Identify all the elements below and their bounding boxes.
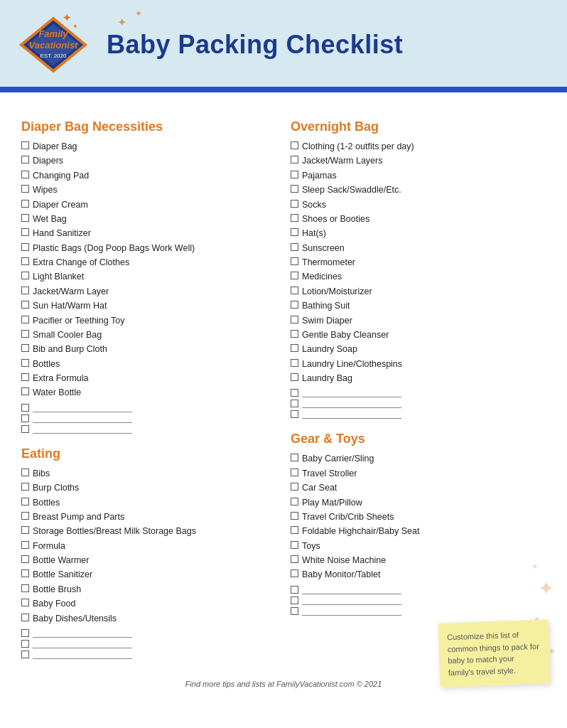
checkbox[interactable] [291,272,298,279]
header: ✦ ✦ ✦ Family Vacationist EST. 2020 Baby … [0,0,567,87]
checkbox[interactable] [291,469,298,476]
list-item: Sun Hat/Warm Hat [21,299,276,313]
checkbox[interactable] [21,469,29,476]
checkbox[interactable] [21,569,29,577]
checkbox[interactable] [291,569,298,577]
checkbox[interactable] [291,228,298,236]
checkbox[interactable] [21,330,29,338]
list-item: Jacket/Warm Layers [291,154,546,168]
checkbox[interactable] [21,200,29,208]
checkbox[interactable] [21,243,29,251]
checkbox[interactable] [291,526,298,534]
diaper-bag-list: Diaper Bag Diapers Changing Pad Wipes Di… [21,140,276,400]
list-item: Diaper Cream [21,198,276,212]
checkbox[interactable] [21,272,29,279]
checkbox[interactable] [291,498,298,505]
list-item: Thermometer [291,256,546,269]
checkbox[interactable] [291,156,298,164]
checkbox[interactable] [291,555,298,563]
list-item: Baby Carrier/Sling [291,452,546,466]
checkbox[interactable] [291,541,298,549]
sparkle-icon: ✦ [117,16,126,29]
checkbox[interactable] [21,651,29,658]
checkbox[interactable] [21,373,29,381]
blue-stripe [0,87,567,92]
checkbox[interactable] [21,287,29,294]
blank-item [291,585,546,594]
checkbox[interactable] [21,483,29,491]
checkbox[interactable] [291,512,298,520]
checkbox[interactable] [291,214,298,222]
checkbox[interactable] [291,287,298,294]
checkbox[interactable] [291,316,298,323]
checkbox[interactable] [21,257,29,265]
list-item: Wet Bag [21,213,276,226]
checkbox[interactable] [21,404,29,412]
page-title: Baby Packing Checklist [107,30,403,60]
list-item: Diaper Bag [21,140,276,154]
checkbox[interactable] [21,425,29,433]
checkbox[interactable] [291,171,298,178]
list-item: Car Seat [291,481,546,495]
blank-item [21,424,276,434]
checkbox[interactable] [21,301,29,309]
checkbox[interactable] [21,599,29,606]
checkbox[interactable] [21,526,29,534]
checkbox[interactable] [21,228,29,236]
list-item: Jacket/Warm Layer [21,285,276,299]
list-item: Baby Dishes/Utensils [21,612,276,626]
checkbox[interactable] [291,330,298,338]
main-content: Diaper Bag Necessities Diaper Bag Diaper… [0,92,567,674]
checkbox[interactable] [21,414,29,422]
list-item: Bib and Burp Cloth [21,343,276,356]
checkbox[interactable] [21,141,29,149]
checkbox[interactable] [21,629,29,637]
list-item: Gentle Baby Cleanser [291,328,546,342]
checkbox[interactable] [291,596,298,604]
checkbox[interactable] [21,344,29,352]
checkbox[interactable] [21,584,29,592]
checkbox[interactable] [21,614,29,621]
checkbox[interactable] [291,454,298,461]
checkbox[interactable] [291,607,298,615]
checkbox[interactable] [291,359,298,367]
list-item: Bottle Warmer [21,554,276,567]
gear-list: Baby Carrier/Sling Travel Stroller Car S… [291,452,546,582]
overnight-list: Clothing (1-2 outfits per day) Jacket/Wa… [291,140,546,385]
checkbox[interactable] [291,410,298,418]
checkbox[interactable] [291,586,298,594]
list-item: Sleep Sack/Swaddle/Etc. [291,183,546,197]
list-item: Bottles [21,358,276,371]
checkbox[interactable] [21,156,29,164]
blank-item [21,628,276,638]
checkbox[interactable] [291,185,298,193]
checkbox[interactable] [21,316,29,323]
checkbox[interactable] [21,185,29,193]
gear-title: Gear & Toys [291,432,546,446]
checkbox[interactable] [291,200,298,208]
checkbox[interactable] [21,214,29,222]
checkbox[interactable] [291,141,298,149]
checkbox[interactable] [291,301,298,309]
checkbox[interactable] [291,483,298,491]
list-item: Pajamas [291,169,546,183]
checkbox[interactable] [21,498,29,505]
checkbox[interactable] [291,243,298,251]
checkbox[interactable] [291,373,298,381]
list-item: Sunscreen [291,242,546,255]
checkbox[interactable] [21,359,29,367]
checkbox[interactable] [21,512,29,520]
checkbox[interactable] [21,541,29,549]
checkbox[interactable] [21,555,29,563]
checkbox[interactable] [21,387,29,395]
list-item: Hand Sanitizer [21,227,276,240]
blank-item [291,410,546,419]
checkbox[interactable] [291,344,298,352]
checkbox[interactable] [291,389,298,397]
overnight-title: Overnight Bag [291,119,546,134]
list-item: Formula [21,540,276,553]
checkbox[interactable] [291,257,298,265]
checkbox[interactable] [21,640,29,648]
checkbox[interactable] [21,171,29,178]
checkbox[interactable] [291,400,298,407]
